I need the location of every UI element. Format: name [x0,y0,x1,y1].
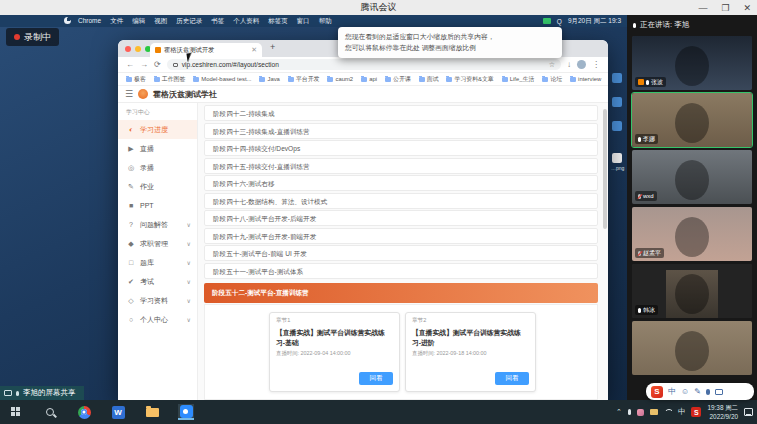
stage-row[interactable]: 阶段四十四-持续交付/DevOps [204,140,598,156]
hamburger-menu-icon[interactable]: ☰ [125,89,133,99]
pencil-icon[interactable]: ✎ [694,387,701,396]
bookmark-item[interactable]: Java [259,76,279,82]
stage-row[interactable]: 阶段五十一-测试平台-测试体系 [204,263,598,279]
action-center-icon[interactable] [744,408,753,416]
menubar-item[interactable]: 帮助 [319,17,332,26]
sidebar-item-qa[interactable]: ?问题解答∨ [118,215,197,234]
menubar-item[interactable]: 历史记录 [176,17,202,26]
bookmark-item[interactable]: 平台开发 [288,75,320,84]
sidebar-item-progress[interactable]: ◐学习进度 [118,120,197,139]
bookmark-item[interactable]: 面试 [419,75,439,84]
menubar-item[interactable]: 书签 [211,17,224,26]
sidebar-item-materials[interactable]: ◇学习资料∨ [118,291,197,310]
tray-sogou-icon[interactable]: S [691,407,701,417]
replay-button[interactable]: 回看 [495,372,529,385]
replay-button[interactable]: 回看 [359,372,393,385]
taskbar-wps-icon[interactable]: W [110,404,126,420]
sidebar-item-homework[interactable]: ✎作业 [118,177,197,196]
course-card[interactable]: 章节2【直播实战】测试平台训练营实战练习-进阶直播时间: 2022-09-18 … [405,312,536,392]
stage-row[interactable]: 阶段五十-测试平台-前端 UI 开发 [204,245,598,261]
desktop-file-icon[interactable] [612,73,622,83]
bookmark-item[interactable]: 极客 [126,75,146,84]
tray-folder-icon[interactable] [650,409,658,415]
browser-tab[interactable]: 霍格沃兹测试开发 ✕ [150,43,262,57]
url-bar[interactable]: vip.ceshiren.com/#/layout/section ☆ [167,59,561,70]
bookmark-item[interactable]: 工作图签 [154,75,186,84]
taskbar-explorer-icon[interactable] [144,404,160,420]
taskbar-chrome-icon[interactable] [76,404,92,420]
participant-tile[interactable]: 李娜 [632,93,752,147]
menubar-item[interactable]: Chrome [78,17,101,26]
tray-mic-icon[interactable] [628,409,631,415]
menubar-item[interactable]: 编辑 [132,17,145,26]
bookmark-star-icon[interactable]: ☆ [549,61,555,69]
minimize-button[interactable]: — [698,3,707,13]
forward-icon[interactable]: → [140,60,148,69]
menubar-item[interactable]: 窗口 [297,17,310,26]
participant-tile[interactable] [632,321,752,375]
voice-input-icon[interactable] [706,389,710,395]
lang-mode-icon[interactable]: 中 [668,386,676,397]
close-button[interactable]: ✕ [743,3,751,13]
stage-row[interactable]: 阶段四十九-测试平台开发-前端开发 [204,228,598,244]
stage-row[interactable]: 阶段四十八-测试平台开发-后端开发 [204,210,598,226]
course-card[interactable]: 章节1【直播实战】测试平台训练营实战练习-基础直播时间: 2022-09-04 … [269,312,400,392]
start-button[interactable] [8,404,24,420]
input-language-indicator[interactable]: 中 [678,407,686,417]
taskbar-clock[interactable]: 19:38 周二 2022/9/20 [707,403,738,422]
bookmark-item[interactable]: 学习资料&文章 [446,75,493,84]
participant-tile[interactable]: 张波 [632,36,752,90]
tab-close-icon[interactable]: ✕ [251,46,257,54]
sidebar-item-ppt[interactable]: ■PPT [118,196,197,215]
mac-close-icon[interactable] [125,46,131,52]
participant-tile[interactable]: wxd [632,150,752,204]
menubar-item[interactable]: 标签页 [268,17,288,26]
stage-row[interactable]: 阶段四十七-数据结构、算法、设计模式 [204,193,598,209]
menu-dots-icon[interactable]: ⋮ [592,60,600,69]
taskbar-search-icon[interactable] [42,404,58,420]
desktop-file-icon[interactable] [612,153,622,163]
desktop-file-icon[interactable] [612,97,622,107]
wifi-icon[interactable] [664,409,672,415]
stage-row[interactable]: 阶段四十三-持续集成-直播训练营 [204,123,598,139]
screen-share-banner[interactable]: 李旭的屏幕共享 [0,386,84,400]
tray-app-icon[interactable] [637,409,644,416]
bookmark-item[interactable]: 公开课 [385,75,411,84]
menubar-item[interactable]: 文件 [110,17,123,26]
desktop-file-icon[interactable] [612,121,622,131]
sidebar-item-bank[interactable]: □题库∨ [118,253,197,272]
profile-avatar[interactable] [577,60,586,69]
sidebar-item-live[interactable]: ▶直播 [118,139,197,158]
sidebar-item-exam[interactable]: ✔考试∨ [118,272,197,291]
keyboard-icon[interactable] [715,389,723,395]
mac-minimize-icon[interactable] [135,46,141,52]
back-icon[interactable]: ← [126,60,134,69]
sidebar-item-profile[interactable]: ○个人中心∨ [118,310,197,329]
sidebar-item-replay[interactable]: ◎录播 [118,158,197,177]
stage-row-active[interactable]: 阶段五十二-测试平台-直播训练营 [204,283,598,303]
bookmark-item[interactable]: interview [570,76,601,82]
bookmark-item[interactable]: caum2 [327,76,353,82]
stage-row[interactable]: 阶段四十二-持续集成 [204,105,598,121]
bookmark-item[interactable]: 论坛 [542,75,562,84]
menubar-clock[interactable]: 9月20日 周二 19:3 [568,17,621,26]
page-scrollbar[interactable] [603,109,607,229]
sogou-logo-icon[interactable]: S [651,386,663,398]
traffic-lights[interactable] [125,46,151,52]
new-tab-button[interactable]: + [270,42,275,52]
tray-expand-icon[interactable]: ⌃ [616,408,622,416]
sidebar-item-job[interactable]: ◆求职管理∨ [118,234,197,253]
reload-icon[interactable]: ⟳ [154,60,161,69]
bookmark-item[interactable]: Model-based test... [193,76,251,82]
screen-share-indicator-icon[interactable] [543,18,551,24]
participant-tile[interactable]: 赵孟平 [632,207,752,261]
menubar-item[interactable]: 视图 [154,17,167,26]
downloads-icon[interactable]: ↓ [567,60,571,69]
taskbar-meeting-icon[interactable] [178,404,194,420]
maximize-button[interactable]: ❐ [721,3,729,13]
stage-row[interactable]: 阶段四十五-持续交付-直播训练营 [204,158,598,174]
emoji-icon[interactable]: ☺ [681,387,689,396]
menubar-item[interactable]: 个人资料 [233,17,259,26]
stage-row[interactable]: 阶段四十六-测试右移 [204,175,598,191]
bookmark-item[interactable]: Life_生活 [502,75,535,84]
